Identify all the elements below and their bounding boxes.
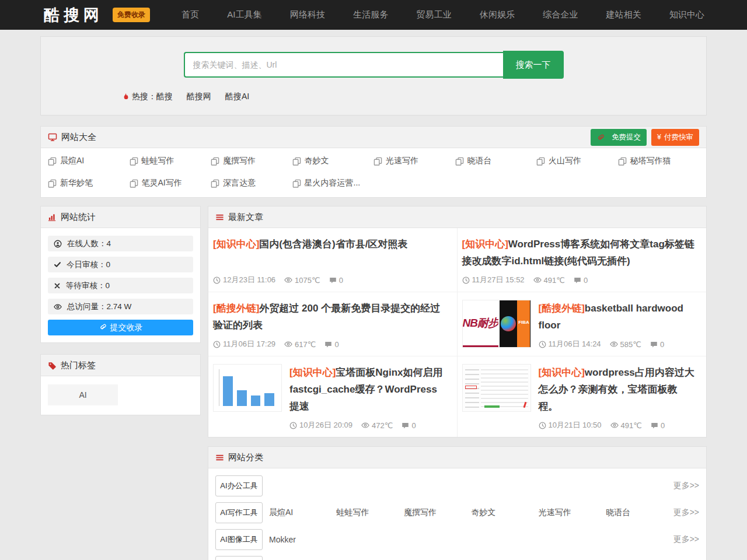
nav-item-6[interactable]: 休闲娱乐 bbox=[480, 9, 515, 20]
site-link[interactable]: 魔撰写作 bbox=[211, 156, 292, 166]
category-label-link[interactable]: AI图像工具 bbox=[215, 529, 263, 550]
article-comments-value: 0 bbox=[339, 276, 343, 285]
link-icon bbox=[596, 133, 605, 141]
article-date: 11月06日 17:29 bbox=[213, 339, 275, 349]
clock-icon bbox=[213, 276, 221, 284]
article-date-value: 12月23日 11:06 bbox=[223, 275, 275, 285]
nav-item-1[interactable]: 首页 bbox=[181, 9, 199, 20]
copy-icon bbox=[211, 179, 219, 188]
category-site-link[interactable]: Mokker bbox=[269, 535, 339, 544]
copy-icon bbox=[130, 157, 138, 166]
nav-item-4[interactable]: 生活服务 bbox=[353, 9, 388, 20]
article-comments: 0 bbox=[329, 276, 343, 285]
site-link-label: 晓语台 bbox=[467, 156, 492, 166]
eye-icon bbox=[54, 303, 62, 311]
hot-tag[interactable]: AI bbox=[48, 384, 118, 405]
article-comments-value: 0 bbox=[660, 340, 664, 349]
fire-icon bbox=[121, 93, 130, 101]
category-site-link[interactable]: 奇妙文 bbox=[471, 508, 538, 518]
site-link[interactable]: 笔灵AI写作 bbox=[130, 178, 211, 188]
free-submit-button[interactable]: 免费提交 bbox=[591, 129, 647, 146]
paid-review-button[interactable]: ¥ 付费快审 bbox=[651, 129, 699, 146]
comment-icon bbox=[324, 341, 332, 348]
site-link[interactable]: 新华妙笔 bbox=[48, 178, 130, 188]
hot-search-link-1[interactable]: 酷搜 bbox=[156, 92, 173, 102]
articles-grid: [知识中心]国内(包含港澳台)省市县/区对照表12月23日 11:061075℃… bbox=[208, 228, 706, 437]
tag-icon bbox=[48, 361, 57, 370]
article-heat: 617℃ bbox=[284, 340, 316, 349]
submit-inclusion-button[interactable]: 提交收录 bbox=[48, 320, 193, 335]
article-heat: 585℃ bbox=[610, 340, 641, 349]
article-thumbnail-brand-logos[interactable]: NB耐步FIBA bbox=[462, 300, 531, 348]
nav-item-7[interactable]: 综合企业 bbox=[543, 9, 578, 20]
article-heat: 472℃ bbox=[361, 421, 393, 430]
nav-item-8[interactable]: 建站相关 bbox=[606, 9, 641, 20]
latest-articles-header: 最新文章 bbox=[208, 206, 706, 228]
article-title-link[interactable]: [知识中心]WordPress博客系统如何将文章tag标签链接改成数字id.ht… bbox=[462, 236, 695, 270]
category-more-link[interactable]: 更多>> bbox=[673, 508, 699, 518]
category-site-link[interactable]: 晨煊AI bbox=[269, 508, 336, 518]
fiba-strip: FIBA bbox=[517, 300, 530, 347]
hot-search-link-3[interactable]: 酷搜AI bbox=[225, 92, 249, 102]
category-label-link[interactable]: AI写作工具 bbox=[215, 502, 263, 523]
site-categories-card: 网站分类 AI办公工具更多>>AI写作工具晨煊AI蛙蛙写作魔撰写作奇妙文光速写作… bbox=[208, 446, 707, 560]
article-title-link[interactable]: [酷搜外链]外贸超过 200 个最新免费目录提交的经过验证的列表 bbox=[213, 300, 445, 334]
top-navbar: 酷搜网 免费收录 首页AI工具集网络科技生活服务贸易工业休闲娱乐综合企业建站相关… bbox=[0, 0, 747, 30]
copy-icon bbox=[130, 179, 138, 188]
hot-tags-list: AI bbox=[41, 376, 200, 415]
nav-item-3[interactable]: 网络科技 bbox=[290, 9, 325, 20]
site-link[interactable]: 深言达意 bbox=[211, 178, 292, 188]
article-date: 10月21日 10:50 bbox=[539, 420, 602, 430]
nav-item-9[interactable]: 知识中心 bbox=[669, 9, 704, 20]
article-body: [知识中心]WordPress博客系统如何将文章tag标签链接改成数字id.ht… bbox=[462, 236, 695, 285]
article-comments: 0 bbox=[651, 421, 665, 430]
article-title-link[interactable]: [酷搜外链]basketball hardwood floor bbox=[539, 300, 695, 334]
close-icon bbox=[54, 282, 61, 289]
comment-icon bbox=[329, 276, 337, 284]
free-submit-badge[interactable]: 免费收录 bbox=[113, 8, 150, 22]
site-link[interactable]: 晨煊AI bbox=[48, 156, 130, 166]
article-meta: 11月06日 17:29617℃0 bbox=[213, 339, 445, 349]
site-link[interactable]: 蛙蛙写作 bbox=[130, 156, 211, 166]
article-thumbnail-admin-screenshot[interactable] bbox=[462, 364, 531, 412]
article-title-link[interactable]: [知识中心]国内(包含港澳台)省市县/区对照表 bbox=[213, 236, 445, 253]
main-nav: 首页AI工具集网络科技生活服务贸易工业休闲娱乐综合企业建站相关知识中心 bbox=[181, 9, 704, 20]
article-thumbnail-bar-chart[interactable] bbox=[213, 364, 282, 412]
yen-icon: ¥ bbox=[657, 133, 661, 141]
category-site-link[interactable]: 魔撰写作 bbox=[404, 508, 471, 518]
stat-text: 今日审核：0 bbox=[67, 260, 110, 270]
site-directory-header: 网站大全 免费提交 ¥ 付费快审 bbox=[41, 127, 706, 148]
category-site-link[interactable]: 晓语台 bbox=[606, 508, 673, 518]
eye-icon bbox=[361, 421, 369, 429]
article-title-link[interactable]: [知识中心]wordpress占用内容过大怎么办？亲测有效，宝塔面板教程。 bbox=[539, 364, 695, 415]
search-input[interactable] bbox=[184, 52, 503, 78]
site-link[interactable]: 秘塔写作猫 bbox=[618, 156, 700, 166]
hot-search-link-2[interactable]: 酷搜网 bbox=[187, 92, 211, 102]
stat-row: 在线人数：4 bbox=[48, 236, 193, 251]
site-link[interactable]: 星火内容运营... bbox=[292, 178, 374, 188]
category-label-link[interactable]: AI视频工具 bbox=[215, 556, 263, 560]
chart-bar bbox=[223, 376, 233, 406]
menu-icon bbox=[215, 453, 224, 462]
site-link[interactable]: 奇妙文 bbox=[292, 156, 374, 166]
category-more-link[interactable]: 更多>> bbox=[673, 481, 699, 491]
category-more-link[interactable]: 更多>> bbox=[673, 534, 699, 545]
article-heat: 491℃ bbox=[610, 421, 642, 430]
site-link[interactable]: 光速写作 bbox=[374, 156, 455, 166]
site-directory-card: 网站大全 免费提交 ¥ 付费快审 晨煊AI蛙蛙写作魔撰写作奇妙文光速写作晓语台火… bbox=[40, 126, 707, 198]
site-logo[interactable]: 酷搜网 bbox=[44, 5, 103, 26]
category-site-link[interactable]: 蛙蛙写作 bbox=[336, 508, 403, 518]
site-categories-title: 网站分类 bbox=[228, 452, 263, 463]
article-title-link[interactable]: [知识中心]宝塔面板Nginx如何启用fastcgi_cache缓存？WordP… bbox=[289, 364, 445, 415]
clock-icon bbox=[462, 276, 470, 284]
article-item: NB耐步FIBA[酷搜外链]basketball hardwood floor1… bbox=[458, 292, 707, 356]
search-button[interactable]: 搜索一下 bbox=[503, 51, 564, 79]
nav-item-5[interactable]: 贸易工业 bbox=[417, 9, 452, 20]
site-link[interactable]: 火山写作 bbox=[536, 156, 618, 166]
eye-icon bbox=[284, 276, 292, 284]
category-site-link[interactable]: 光速写作 bbox=[539, 508, 606, 518]
category-label-link[interactable]: AI办公工具 bbox=[215, 475, 263, 496]
site-link[interactable]: 晓语台 bbox=[455, 156, 537, 166]
nav-item-2[interactable]: AI工具集 bbox=[227, 9, 261, 20]
basketball-graphic bbox=[501, 316, 516, 331]
